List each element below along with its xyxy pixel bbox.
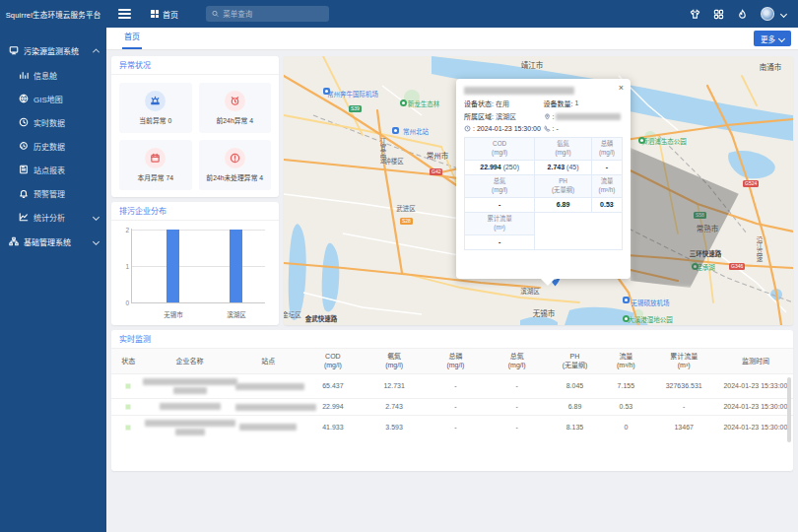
- col-cod: COD(mg/l): [302, 349, 364, 373]
- x-category: 无锡市: [164, 309, 183, 319]
- sidebar-item-info-cabin[interactable]: 信息舱: [0, 63, 106, 87]
- map-label: 新龙生态林: [408, 99, 440, 108]
- close-icon[interactable]: ×: [619, 84, 624, 93]
- road-badge: G346: [729, 263, 745, 270]
- sidebar: Squirrel生态环境云服务平台 污染源监测系统 信息舱 GIS地图 实时数据: [0, 0, 106, 532]
- gridline: [131, 230, 265, 231]
- map-label: 武进区: [396, 203, 416, 213]
- sidebar-item-label: 统计分析: [33, 212, 65, 223]
- col-nh3n: 氨氮(mg/l): [364, 349, 425, 373]
- map-label: 靖江市: [521, 59, 544, 70]
- report-icon: [18, 165, 29, 175]
- sidebar-item-warning-management[interactable]: 预警管理: [0, 181, 106, 205]
- sidebar-item-site-report[interactable]: 站点报表: [0, 158, 106, 181]
- empty-cell: [535, 212, 623, 249]
- map-label: 南通市: [760, 61, 782, 72]
- park-poi-icon[interactable]: [638, 137, 645, 144]
- card-label: 前24h未处理异常 4: [206, 172, 263, 182]
- search-input[interactable]: [223, 10, 323, 19]
- table-row[interactable]: 65.437 12.731 - - 8.045 7.155 327636.531…: [111, 373, 793, 398]
- siren-icon: [145, 91, 166, 111]
- metric-header: 累计流量(m³): [465, 212, 535, 234]
- more-button-label: 更多: [761, 33, 775, 44]
- cell-total-flow: -: [650, 398, 718, 415]
- theme-skin-icon[interactable]: [690, 9, 700, 20]
- gridline: [131, 266, 265, 267]
- x-axis: [131, 302, 265, 303]
- x-category: 滨湖区: [227, 309, 246, 319]
- cell-ph: 8.045: [548, 373, 602, 398]
- sidebar-item-gis-map[interactable]: GIS地图: [0, 87, 106, 110]
- card-unhandled-abnormal[interactable]: 前24h未处理异常 4: [199, 140, 272, 190]
- station-poi-icon[interactable]: [392, 127, 399, 134]
- enterprise-name-redacted: [147, 403, 233, 410]
- map-label: 常州北站: [403, 126, 429, 136]
- card-last24h-abnormal[interactable]: 前24h异常 4: [199, 83, 272, 133]
- more-button[interactable]: 更多: [754, 31, 791, 46]
- sidebar-item-statistics[interactable]: 统计分析: [0, 205, 106, 229]
- tab-home[interactable]: 首页: [122, 28, 142, 49]
- cell-tp: -: [425, 398, 486, 415]
- park-poi-icon[interactable]: [400, 100, 407, 106]
- sidebar-item-realtime-data[interactable]: 实时数据: [0, 110, 106, 134]
- sidebar-item-history-data[interactable]: 历史数据: [0, 134, 106, 158]
- col-tn: 总氮(mg/l): [487, 349, 548, 373]
- flame-icon[interactable]: [737, 9, 748, 20]
- table-scrollbar[interactable]: [787, 377, 791, 442]
- park-poi-icon[interactable]: [623, 315, 630, 322]
- realtime-monitor-panel: 实时监测 状态 企业名称 站点 COD(mg/l) 氨氮(mg/l) 总磷(mg…: [111, 330, 793, 471]
- metric-header: COD(mg/l): [465, 137, 535, 160]
- user-menu-chevron-icon[interactable]: [780, 10, 787, 17]
- user-avatar[interactable]: [761, 7, 774, 21]
- breadcrumb[interactable]: 首页: [151, 9, 178, 20]
- airport-poi-icon[interactable]: [323, 88, 330, 95]
- cell-tn: -: [487, 398, 548, 415]
- site-name-redacted: [235, 383, 304, 390]
- cell-ph: 8.135: [548, 415, 602, 439]
- enterprise-name-redacted: [147, 378, 233, 394]
- gis-map[interactable]: 靖江市 南通市 常州市 钟楼区 武进区 金武快速路 无锡市 滨湖区 常熟市 三环…: [284, 56, 793, 325]
- card-month-abnormal[interactable]: 本月异常 74: [119, 140, 192, 190]
- airport-poi-icon[interactable]: [623, 297, 630, 303]
- metric-header: 流量(m³/h): [591, 174, 622, 197]
- device-status-field: 设备状态:在用: [464, 99, 544, 108]
- col-time: 监测时间: [718, 349, 793, 373]
- cell-tp: -: [425, 415, 486, 439]
- home-grid-icon: [151, 10, 159, 18]
- sidebar-group-basic-management[interactable]: 基础管理系统: [0, 229, 106, 254]
- sidebar-group-pollution-monitoring[interactable]: 污染源监测系统: [0, 37, 106, 63]
- panel-title: 排污企业分布: [111, 202, 279, 221]
- panel-title: 异常状况: [111, 56, 279, 75]
- bar-wuxi[interactable]: [166, 230, 179, 302]
- phone-icon: [544, 125, 551, 132]
- card-label: 本月异常 74: [137, 172, 173, 182]
- table-row[interactable]: 22.994 2.743 - - 6.89 0.53 - 2024-01-23 …: [111, 398, 793, 415]
- road-badge: S28: [400, 218, 413, 225]
- table-header-row: 状态 企业名称 站点 COD(mg/l) 氨氮(mg/l) 总磷(mg/l) 总…: [111, 349, 793, 373]
- menu-search[interactable]: [206, 6, 329, 22]
- header-actions: [690, 7, 798, 21]
- layout-icon[interactable]: [713, 9, 724, 20]
- col-enterprise: 企业名称: [146, 349, 234, 373]
- map-label: 江宜高速: [377, 138, 387, 164]
- y-tick: 2: [119, 227, 129, 233]
- tab-bar: 首页 更多: [106, 28, 798, 50]
- line-chart-icon: [18, 212, 29, 223]
- cell-flow: 0: [602, 415, 649, 439]
- history-icon: [18, 141, 29, 152]
- bar-binhu[interactable]: [230, 230, 242, 302]
- card-current-abnormal[interactable]: 当前异常 0: [119, 83, 192, 133]
- y-tick: 1: [119, 263, 129, 270]
- calendar-icon: [145, 148, 166, 168]
- table-row[interactable]: 41.933 3.593 - - 8.135 0 13467 2024-01-2…: [111, 415, 793, 439]
- map-label: 无锡硕放机场: [632, 298, 670, 307]
- panel-title: 实时监测: [111, 330, 793, 349]
- y-axis: [131, 229, 132, 303]
- map-label: 常州奔牛国际机场: [327, 89, 378, 99]
- road-badge: G524: [743, 180, 759, 187]
- address-field: :: [544, 113, 624, 120]
- hamburger-menu-icon[interactable]: [118, 7, 131, 21]
- cell-flow: 7.155: [602, 373, 649, 398]
- enterprise-name-redacted: [147, 420, 233, 435]
- cell-nh3n: 12.731: [364, 373, 425, 398]
